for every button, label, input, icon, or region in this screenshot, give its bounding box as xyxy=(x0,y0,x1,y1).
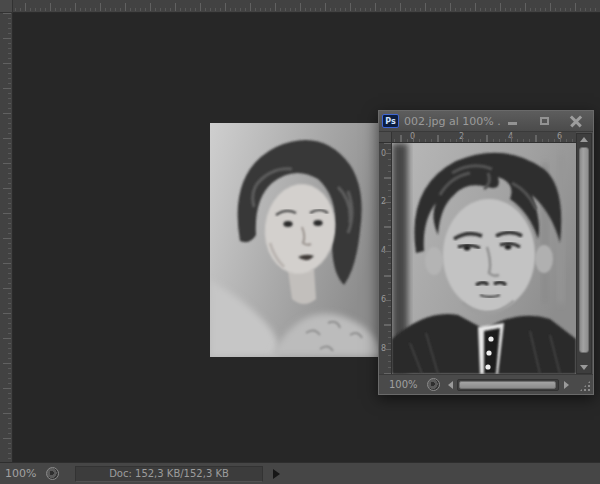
document-zoom-field[interactable]: 100% xyxy=(389,379,423,390)
main-zoom-field[interactable]: 100% xyxy=(5,467,43,480)
minimize-button[interactable] xyxy=(501,114,523,129)
scroll-right-button[interactable] xyxy=(564,381,569,389)
minimize-icon xyxy=(508,122,517,125)
ruler-label: 4 xyxy=(508,132,513,141)
ruler-label: 2 xyxy=(459,132,464,141)
vertical-scroll-track[interactable] xyxy=(579,146,589,361)
horizontal-scroll-track[interactable] xyxy=(457,379,559,391)
document-window-002jpg: Ps 002.jpg al 100% ... 0 2 4 6 0 2 4 6 8 xyxy=(378,110,594,395)
document-window-title: 002.jpg al 100% ... xyxy=(404,115,501,128)
arrow-up-icon xyxy=(580,137,588,142)
document-ruler-corner[interactable] xyxy=(379,132,392,143)
photoshop-workspace: Ps 002.jpg al 100% ... 0 2 4 6 0 2 4 6 8 xyxy=(0,0,600,484)
scroll-up-button[interactable] xyxy=(577,134,591,145)
main-horizontal-ruler[interactable] xyxy=(0,0,600,13)
document-vertical-ruler[interactable]: 0 2 4 6 8 xyxy=(379,143,392,374)
ruler-label: 0 xyxy=(381,149,386,158)
document-image-woman-portrait[interactable] xyxy=(210,123,382,357)
main-vertical-ruler[interactable] xyxy=(0,13,13,462)
close-icon xyxy=(570,115,582,127)
ruler-label: 6 xyxy=(557,132,562,141)
maximize-button[interactable] xyxy=(533,114,555,129)
ruler-label: 0 xyxy=(410,132,415,141)
doc-info-field[interactable]: Doc: 152,3 KB/152,3 KB xyxy=(75,466,263,482)
arrow-down-icon xyxy=(580,365,588,370)
window-resize-grip[interactable] xyxy=(578,379,592,393)
close-button[interactable] xyxy=(565,114,587,129)
ruler-label: 2 xyxy=(381,197,386,206)
window-controls xyxy=(501,114,587,129)
scroll-left-button[interactable] xyxy=(448,381,453,389)
document-window-titlebar[interactable]: Ps 002.jpg al 100% ... xyxy=(379,111,593,132)
man-portrait-art xyxy=(392,143,576,374)
document-horizontal-ruler[interactable]: 0 2 4 6 xyxy=(392,132,576,143)
vertical-scrollbar[interactable] xyxy=(576,133,592,374)
status-clock-icon[interactable] xyxy=(46,467,59,480)
woman-portrait-art xyxy=(210,123,382,357)
photoshop-app-icon[interactable]: Ps xyxy=(382,114,399,128)
maximize-icon xyxy=(540,117,549,125)
main-ruler-corner[interactable] xyxy=(0,0,13,13)
ruler-label: 4 xyxy=(381,246,386,255)
status-clock-icon[interactable] xyxy=(427,378,440,391)
document-image-man-portrait[interactable] xyxy=(392,143,576,374)
status-menu-arrow[interactable] xyxy=(273,469,280,479)
horizontal-scroll-thumb[interactable] xyxy=(459,381,556,389)
main-status-bar: 100% Doc: 152,3 KB/152,3 KB xyxy=(0,462,600,484)
ruler-label: 8 xyxy=(381,344,386,353)
ruler-label: 6 xyxy=(381,295,386,304)
scroll-down-button[interactable] xyxy=(577,362,591,373)
doc-size-text: Doc: 152,3 KB/152,3 KB xyxy=(109,468,229,479)
vertical-scroll-thumb[interactable] xyxy=(579,147,589,353)
document-status-bar: 100% xyxy=(379,374,593,394)
